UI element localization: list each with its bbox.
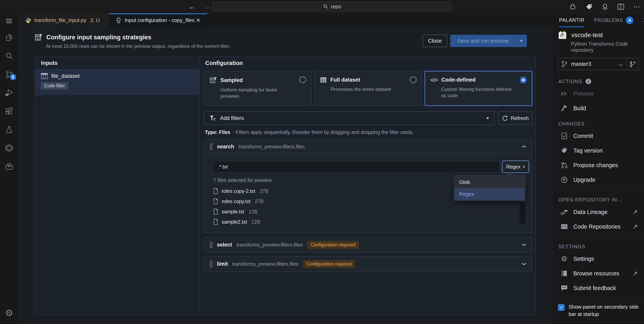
- chevron-up-icon[interactable]: [521, 145, 527, 148]
- input-dataset-item[interactable]: file_dataset Code filter: [35, 69, 199, 95]
- sampled-icon: [210, 77, 217, 84]
- file-icon: [213, 198, 218, 204]
- duck-icon[interactable]: [570, 3, 577, 10]
- split-editor-icon[interactable]: [618, 4, 624, 10]
- page-subtitle: At most 10,000 rows can be shown in the …: [46, 43, 230, 49]
- sidebar-item-data-lineage[interactable]: Data Lineage ↗: [560, 205, 639, 219]
- menu-item-glob[interactable]: Glob: [455, 176, 524, 188]
- search-sidebar-icon[interactable]: [0, 47, 18, 65]
- refresh-label: Refresh: [510, 115, 528, 121]
- tab-problems[interactable]: PROBLEMS 4: [594, 13, 633, 27]
- radio-full-dataset[interactable]: [410, 76, 416, 83]
- sidebar-item-code-repositories[interactable]: Code Repositories ↗: [560, 219, 639, 234]
- save-dropdown-caret-icon[interactable]: ▾: [515, 35, 527, 47]
- filter-card-limit[interactable]: limit transforms_preview.filters.files C…: [204, 256, 532, 271]
- tab-palantir[interactable]: PALANTIR: [559, 13, 584, 27]
- drag-handle-icon[interactable]: [210, 260, 213, 268]
- close-button[interactable]: Close: [423, 35, 447, 47]
- scrollbar-thumb[interactable]: [520, 202, 526, 224]
- drag-handle-icon[interactable]: [210, 241, 213, 248]
- chevron-down-icon[interactable]: [521, 243, 527, 247]
- more-actions-icon[interactable]: ⋯: [633, 3, 640, 10]
- drag-handle-icon[interactable]: [210, 143, 213, 150]
- save-and-run-preview-button[interactable]: Save and run preview ▾: [450, 35, 527, 47]
- sidebar-item-propose-changes[interactable]: Propose changes: [560, 158, 639, 172]
- sidebar-item-browse-resources[interactable]: Browse resources ↗: [560, 266, 639, 281]
- add-filters-dropdown[interactable]: Add filters ▾: [204, 111, 494, 125]
- tag-icon[interactable]: [586, 3, 592, 10]
- sidebar-item-tag-version[interactable]: Tag version: [560, 143, 639, 158]
- mode-value: Regex: [506, 164, 520, 170]
- section-settings: SETTINGS ⚙ Settings Browse resources ↗: [558, 243, 639, 295]
- pull-request-icon: [560, 162, 568, 168]
- configuration-required-badge: Configuration required: [307, 241, 359, 249]
- divider: [552, 191, 644, 192]
- title-bar: ← → repo ⋯: [0, 0, 644, 13]
- info-icon[interactable]: [586, 78, 591, 84]
- type-label: Type: Files: [205, 129, 230, 135]
- configuration-required-badge: Configuration required: [303, 260, 355, 268]
- chevron-down-icon[interactable]: [521, 262, 527, 266]
- search-icon: [323, 4, 328, 9]
- external-link-icon: ↗: [632, 209, 638, 215]
- menu-hamburger-icon[interactable]: [0, 13, 18, 28]
- sidebar-item-upgrade[interactable]: Upgrade: [560, 172, 639, 187]
- filter-type-line: Type: Files · Filters apply sequentially…: [205, 129, 532, 136]
- inputs-pane: Inputs file_dataset Code filter: [35, 57, 200, 315]
- menu-item-regex[interactable]: Regex: [455, 188, 524, 200]
- manage-gear-icon[interactable]: ⚙: [0, 302, 18, 324]
- code-defined-icon: </>: [430, 77, 438, 83]
- python-file-icon: [25, 17, 31, 23]
- command-center-search[interactable]: repo: [212, 2, 452, 11]
- tab-transform-file-input[interactable]: transform_file_input.py 2, U: [18, 13, 109, 27]
- refresh-button[interactable]: Refresh: [498, 111, 532, 125]
- toolbox-icon[interactable]: [0, 157, 18, 175]
- feedback-bubble-icon: [560, 285, 568, 291]
- section-actions: ACTIONS Preview: [558, 78, 639, 116]
- new-branch-button[interactable]: [626, 58, 639, 70]
- run-debug-icon[interactable]: [0, 84, 18, 102]
- close-sidebar-icon[interactable]: ✕: [643, 13, 644, 27]
- source-control-icon[interactable]: 5: [0, 65, 18, 84]
- show-panel-checkbox-label: Show panel on secondary side bar at star…: [568, 303, 639, 318]
- mode-select-button[interactable]: Regex ▾: [503, 161, 528, 172]
- branch-name: master3: [571, 61, 591, 67]
- tab-label: transform_file_input.py: [34, 17, 86, 23]
- tab-close-icon[interactable]: ✕: [196, 17, 200, 23]
- tag-icon: [560, 147, 568, 154]
- branch-selector[interactable]: master3 →: [558, 58, 639, 70]
- editor-tab-bar: transform_file_input.py 2, U Input confi…: [18, 13, 552, 27]
- show-panel-checkbox[interactable]: ✓: [558, 304, 565, 311]
- explorer-icon[interactable]: [0, 28, 18, 47]
- hexagon-extension-icon[interactable]: [0, 139, 18, 157]
- option-card-full-dataset[interactable]: Full dataset Processes the entire datase…: [314, 71, 422, 106]
- nav-forward-icon[interactable]: →: [204, 3, 210, 10]
- extensions-icon[interactable]: [0, 102, 18, 120]
- palantir-icon[interactable]: [602, 3, 608, 10]
- section-changes: CHANGES Commit Tag version: [558, 120, 639, 187]
- option-card-code-defined[interactable]: </> Code-defined Custom filtering functi…: [425, 71, 532, 106]
- page-title: Configure input sampling strategies: [46, 34, 152, 41]
- file-row[interactable]: sample2.txt 12B: [213, 217, 528, 227]
- section-open-repository-in: OPEN REPOSITORY IN... Data Lineage ↗ Cod: [558, 196, 639, 234]
- option-card-sampled[interactable]: Sampled Uniform sampling for faster prev…: [204, 71, 312, 106]
- radio-code-defined[interactable]: [520, 77, 527, 83]
- sidebar-item-commit[interactable]: Commit: [560, 129, 639, 143]
- sidebar-item-preview[interactable]: Preview: [560, 86, 639, 101]
- sidebar-item-settings[interactable]: ⚙ Settings: [560, 252, 639, 266]
- add-filters-label: Add filters: [220, 115, 244, 121]
- option-title: Full dataset: [330, 77, 360, 83]
- pattern-input[interactable]: .*.txt: [213, 161, 500, 172]
- checkout-arrow-icon[interactable]: →: [617, 61, 623, 67]
- tab-input-configuration[interactable]: Input configuration - copy_files ✕: [109, 13, 208, 27]
- filter-path: transforms_preview.filters.files: [232, 261, 299, 267]
- file-row[interactable]: sample.txt 12B: [213, 206, 528, 217]
- nav-back-icon[interactable]: ←: [188, 3, 196, 10]
- filter-card-search-header[interactable]: search transforms_preview.filters.files: [204, 140, 532, 154]
- git-branch-icon: [561, 60, 568, 68]
- repo-type: Python Transforms Code repository: [571, 41, 639, 53]
- sidebar-item-submit-feedback[interactable]: Submit feedback: [560, 281, 639, 295]
- sidebar-item-build[interactable]: Build: [560, 101, 639, 116]
- filter-card-select[interactable]: select transforms_preview.filters.files …: [204, 237, 532, 252]
- testing-beaker-icon[interactable]: [0, 120, 18, 139]
